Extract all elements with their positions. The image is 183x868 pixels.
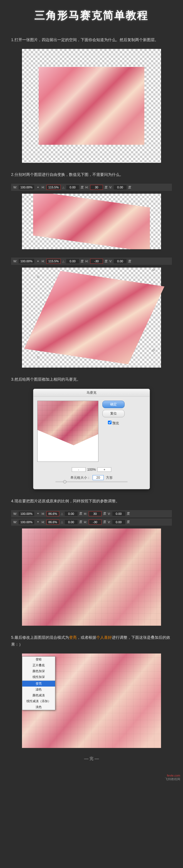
blend-item: 颜色减淡 [22,692,55,698]
transform-bar-1: W:100.00% ⚭ H:115.5% △0.00 度 H:30 度 V:0.… [11,184,172,191]
blend-item: 线性减淡（添加） [22,698,55,704]
h-value: 115.5% [47,185,61,190]
blend-item: 线性加深 [22,674,55,680]
end-marker: –– 完 –– [11,756,172,761]
watermark: fevte.com 飞特教程网 [0,774,183,781]
blend-item: 颜色加深 [22,668,55,674]
transform-bar-4: W:100.00% ⚭ H:86.6% △0.00 度 H:-30 度 V:0.… [11,519,172,526]
step4-text: 4.现在要把图片还原成原来的比例，同样按照下面的参数调整。 [11,498,172,504]
w-value: 100.00% [19,185,34,189]
transform-bar-3: W:100.00% ⚭ H:86.6% △0.00 度 H:30 度 V:0.0… [11,510,172,517]
image-step5: 变暗 正片叠底 颜色加深 线性加深 变亮 滤色 颜色减淡 线性减淡（添加） 浅色 [22,653,161,748]
page-title: 三角形马赛克简单教程 [11,8,172,23]
step5-text: 5.最后修改上面图层的混合模式为变亮，或者根据个人喜好进行调整，下面这张是叠加后… [11,634,172,648]
step3-text: 3.然后给两个图层都加上相同的马赛克。 [11,376,172,383]
mosaic-preview [37,401,98,462]
zoom-value: 100% [87,468,96,471]
preview-checkbox[interactable]: 预览 [108,421,119,426]
step1-text: 1.打开一张图片，四边留出一定的空间，下面你会知道为什么。然后复制两个新图层。 [11,36,172,43]
reset-button[interactable]: 复位 [102,410,125,417]
cell-size-slider[interactable] [55,481,128,482]
blend-item: 浅色 [22,704,55,710]
blend-item: 变暗 [22,656,55,662]
cell-size-input[interactable]: 20 [93,475,104,480]
image-step1 [22,49,161,163]
image-skew2 [22,268,161,368]
blend-item: 滤色 [22,687,55,692]
dialog-title: 马赛克 [33,389,150,397]
skew-icon: △ [62,186,64,189]
blend-item-selected: 变亮 [22,681,55,687]
image-step4 [22,528,161,626]
mosaic-dialog: 马赛克 确定 复位 预览 - 100% + [33,389,150,489]
ok-button[interactable]: 确定 [102,401,125,408]
step2-text: 2.分别对两个图层进行自由变换，数值见下图，不需要问为什么。 [11,171,172,178]
blend-mode-menu[interactable]: 变暗 正片叠底 颜色加深 线性加深 变亮 滤色 颜色减淡 线性减淡（添加） 浅色 [22,656,55,710]
transform-bar-2: W:100.00% ⚭ H:115.5% △0.00 度 H:-30 度 V:0… [11,257,172,265]
image-skew1 [22,194,161,249]
zoom-out[interactable]: - [72,467,86,472]
link-icon[interactable]: ⚭ [36,186,40,189]
rot-value: 30 [90,185,103,190]
zoom-in[interactable]: + [97,467,111,472]
link-icon[interactable]: ⚭ [36,259,40,263]
blend-item: 正片叠底 [22,662,55,668]
